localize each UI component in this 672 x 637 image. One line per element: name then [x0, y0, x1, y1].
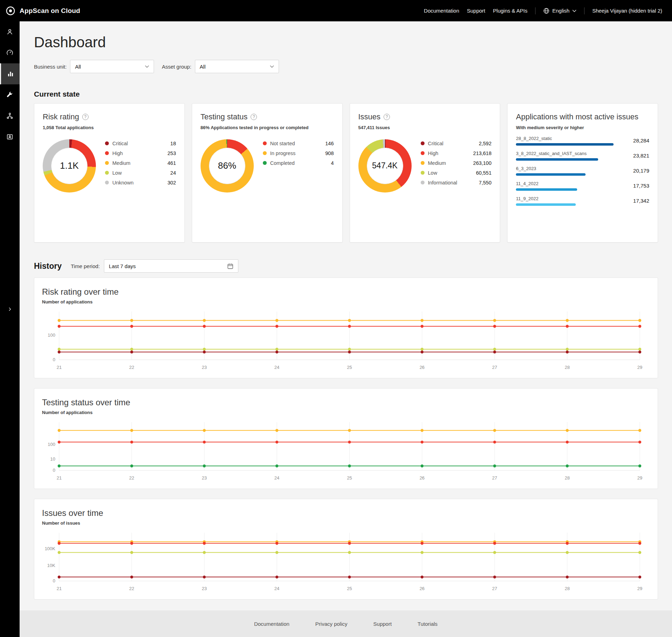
data-point-high [348, 325, 351, 328]
current-state-cards: Risk rating 1,058 Total applications 1.1… [34, 103, 658, 243]
help-icon[interactable] [82, 114, 89, 120]
sidebar-expand-button[interactable] [0, 301, 20, 317]
legend-label: Informational [428, 180, 479, 186]
time-period-select[interactable]: Last 7 days [104, 259, 238, 273]
legend-label: High [112, 150, 168, 156]
data-point-critical [348, 575, 351, 578]
data-point-critical [493, 575, 496, 578]
top-app-info: 3_8_2022_static_and_IAST_scans [516, 151, 614, 161]
sidebar-item-organization[interactable] [0, 105, 20, 126]
data-point-low [493, 348, 496, 350]
top-app-name[interactable]: 28_8_2022_static [516, 136, 614, 141]
x-tick-label: 25 [347, 475, 352, 481]
top-app-name[interactable]: 11_9_2022 [516, 196, 614, 201]
data-point-low [58, 348, 61, 350]
sidebar-item-scans[interactable] [0, 42, 20, 63]
top-app-name[interactable]: 11_4_2022 [516, 181, 614, 186]
top-app-name[interactable]: 3_8_2022_static_and_IAST_scans [516, 151, 614, 156]
legend-value: 213,618 [473, 150, 491, 156]
top-nav: DocumentationSupportPlugins & APIs Engli… [424, 7, 662, 14]
risk-rating-over-time-panel: Risk rating over time Number of applicat… [34, 278, 658, 378]
data-point-low [638, 348, 641, 350]
panel-y-axis-label: Number of applications [42, 410, 650, 415]
top-apps-title: Applications with most active issues [516, 112, 649, 122]
data-point-high [493, 542, 496, 545]
data-point-critical [58, 575, 61, 578]
testing-status-donut-chart: 86% [201, 139, 254, 192]
issues-legend: Critical2,592High213,618Medium263,100Low… [421, 141, 492, 186]
legend-value: 2,592 [479, 141, 491, 146]
data-point-medium [58, 319, 61, 322]
sidebar-item-dashboard[interactable] [0, 63, 20, 84]
data-point-in-progress [348, 429, 351, 432]
data-point-high [58, 325, 61, 328]
footer-link[interactable]: Tutorials [418, 621, 438, 627]
legend-dot [105, 161, 109, 165]
data-point-critical [130, 575, 133, 578]
data-point-medium [638, 319, 641, 322]
data-point-critical [348, 350, 351, 353]
topnav-link[interactable]: Documentation [424, 8, 459, 14]
chevron-down-icon [145, 65, 149, 68]
top-apps-card: Applications with most active issues Wit… [507, 103, 658, 243]
data-point-high [203, 542, 206, 545]
data-point-high [566, 325, 568, 328]
sidebar-item-profile[interactable] [0, 126, 20, 147]
top-app-value: 17,753 [617, 183, 649, 189]
topnav-link[interactable]: Plugins & APIs [493, 8, 527, 14]
data-point-low [130, 348, 133, 350]
x-tick-label: 23 [202, 365, 206, 370]
x-tick-label: 27 [492, 586, 497, 591]
data-point-low [493, 551, 496, 554]
legend-dot [421, 161, 425, 165]
legend-dot [105, 151, 109, 155]
x-tick-label: 24 [274, 365, 279, 370]
legend-dot [105, 171, 109, 175]
x-tick-label: 25 [347, 365, 352, 370]
data-point-low [275, 348, 278, 350]
data-point-in-progress [421, 429, 424, 432]
top-app-row: 11_9_202217,342 [516, 196, 649, 206]
legend-value: 4 [331, 160, 334, 166]
y-tick-label: 0 [53, 468, 55, 473]
data-point-completed [638, 464, 641, 467]
top-app-name[interactable]: 6_3_2023 [516, 166, 614, 171]
data-point-high [421, 325, 424, 328]
business-unit-select[interactable]: All [70, 60, 154, 73]
legend-value: 7,550 [479, 180, 491, 186]
footer-link[interactable]: Support [373, 621, 392, 627]
main-content: Dashboard Business unit: All Asset group… [20, 21, 672, 610]
language-menu[interactable]: English [543, 8, 576, 14]
brand: AppScan on Cloud [6, 6, 80, 16]
risk-rating-donut-chart: 1.1K [43, 139, 96, 192]
divider [535, 7, 536, 14]
history-header: History Time period: Last 7 days [34, 259, 658, 273]
help-icon[interactable] [251, 114, 257, 120]
data-point-critical [638, 350, 641, 353]
sidebar-item-applications[interactable] [0, 21, 20, 42]
issues-card: Issues 547,411 Issues 547.4K Critical2,5… [350, 103, 500, 243]
footer-link[interactable]: Documentation [254, 621, 289, 627]
data-point-not-started [130, 441, 133, 443]
top-app-row: 11_4_202217,753 [516, 181, 649, 191]
data-point-critical [203, 350, 206, 353]
topnav-link[interactable]: Support [467, 8, 485, 14]
footer-link[interactable]: Privacy policy [315, 621, 348, 627]
y-tick-label: 0 [53, 578, 55, 583]
asset-group-select[interactable]: All [195, 60, 279, 73]
testing-status-line-chart: 212223242526272829100100 [42, 418, 650, 484]
bar-chart-icon [7, 70, 14, 77]
legend-value: 60,551 [476, 170, 491, 176]
sidebar-item-tools[interactable] [0, 84, 20, 105]
help-icon[interactable] [384, 114, 390, 120]
legend-item: High253 [105, 150, 176, 156]
x-tick-label: 27 [492, 475, 497, 481]
risk-rating-title: Risk rating [43, 112, 79, 122]
user-menu[interactable]: Sheeja Vijayan (hidden trial 2) [592, 8, 662, 14]
top-app-value: 17,342 [617, 198, 649, 204]
data-point-medium [421, 319, 424, 322]
asset-group-label: Asset group: [162, 64, 191, 70]
issues-line-chart: 212223242526272829100K10K0 [42, 528, 650, 595]
data-point-not-started [493, 441, 496, 443]
top-bar: AppScan on Cloud DocumentationSupportPlu… [0, 0, 672, 21]
